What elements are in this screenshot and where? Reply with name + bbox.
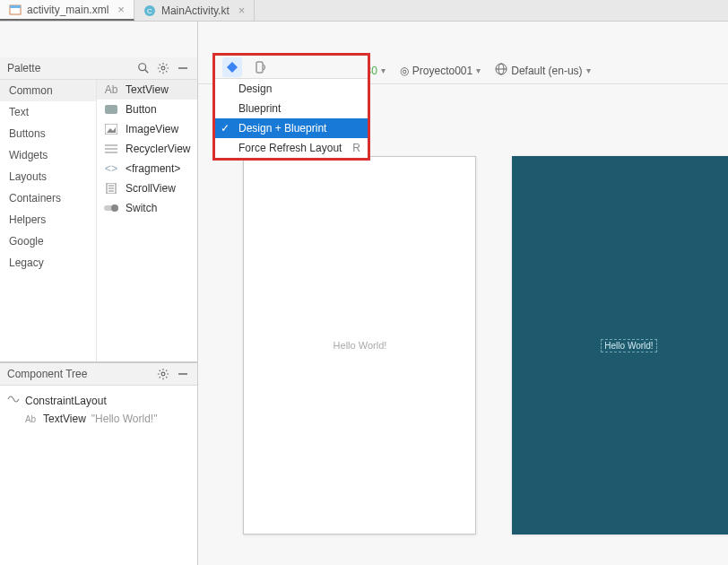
gear-icon[interactable]: [156, 367, 170, 381]
textview-icon: Ab: [23, 412, 38, 426]
blueprint-preview[interactable]: Hello World!: [512, 156, 728, 535]
palette-item-switch[interactable]: Switch: [97, 198, 197, 218]
svg-point-4: [139, 64, 146, 71]
xml-file-icon: [9, 4, 22, 16]
palette-cat-common[interactable]: Common: [0, 80, 96, 101]
gear-icon[interactable]: [156, 61, 170, 75]
svg-rect-8: [105, 105, 117, 114]
palette-item-textview[interactable]: AbTextView: [97, 80, 197, 100]
svg-marker-10: [107, 127, 116, 133]
theme-selector[interactable]: ◎Proyecto001▾: [396, 65, 484, 77]
palette-categories: Common Text Buttons Widgets Layouts Cont…: [0, 80, 97, 361]
theme-icon: ◎: [400, 65, 409, 77]
menu-item-design-blueprint[interactable]: ✓ Design + Blueprint: [215, 118, 368, 138]
palette-title: Palette: [7, 62, 131, 74]
chevron-down-icon: ▾: [476, 65, 481, 75]
menu-item-label: Design: [238, 83, 272, 95]
palette-items: AbTextView Button ImageView RecyclerView…: [97, 80, 197, 361]
svg-rect-30: [256, 62, 263, 73]
locale-selector[interactable]: Default (en-us)▾: [491, 63, 594, 78]
fragment-icon: <>: [104, 161, 118, 176]
blueprint-textview[interactable]: Hello World!: [601, 339, 656, 352]
design-mode-menu: Design Blueprint ✓ Design + Blueprint Fo…: [212, 53, 370, 161]
chevron-down-icon: ▾: [586, 65, 591, 75]
palette-item-label: TextView: [126, 83, 169, 96]
menu-toolbar-row: [215, 56, 368, 79]
menu-item-blueprint[interactable]: Blueprint: [215, 99, 368, 118]
editor-tabs: activity_main.xml × C MainActivity.kt ×: [0, 0, 728, 22]
preview-textview[interactable]: Hello World!: [334, 340, 387, 351]
palette-item-label: Switch: [126, 202, 157, 214]
palette-header: Palette: [0, 57, 197, 80]
svg-point-20: [162, 372, 166, 376]
palette-cat-widgets[interactable]: Widgets: [0, 144, 96, 166]
menu-item-label: Design + Blueprint: [238, 122, 326, 135]
palette-cat-google[interactable]: Google: [0, 230, 96, 252]
recyclerview-icon: [104, 142, 118, 156]
svg-rect-1: [10, 5, 21, 8]
globe-icon: [495, 63, 507, 78]
tab-label: MainActivity.kt: [161, 4, 230, 17]
tree-node-label: TextView: [43, 413, 86, 425]
left-panel: Palette Common Text Buttons Widgets Layo…: [0, 22, 198, 565]
tab-activity-main[interactable]: activity_main.xml ×: [0, 0, 134, 21]
minimize-icon[interactable]: [176, 61, 190, 75]
component-tree-header: Component Tree: [0, 362, 197, 386]
component-tree: ConstraintLayout Ab TextView "Hello Worl…: [0, 386, 197, 565]
close-icon[interactable]: ×: [235, 4, 246, 17]
kotlin-file-icon: C: [143, 4, 156, 17]
menu-item-label: Force Refresh Layout: [238, 142, 342, 154]
palette-item-fragment[interactable]: <><fragment>: [97, 159, 197, 178]
svg-point-6: [162, 66, 166, 70]
menu-item-design[interactable]: Design: [215, 79, 368, 99]
palette-item-label: ImageView: [126, 123, 178, 135]
tree-row-root[interactable]: ConstraintLayout: [7, 391, 190, 410]
button-icon: [104, 102, 118, 117]
minimize-icon[interactable]: [176, 367, 190, 381]
palette-cat-helpers[interactable]: Helpers: [0, 209, 96, 230]
palette-item-label: <fragment>: [126, 162, 180, 175]
menu-item-force-refresh[interactable]: Force Refresh Layout R: [215, 138, 368, 158]
switch-icon: [104, 201, 118, 215]
palette-item-button[interactable]: Button: [97, 100, 197, 119]
svg-line-5: [145, 70, 149, 74]
tab-label: activity_main.xml: [27, 4, 108, 16]
palette-cat-containers[interactable]: Containers: [0, 187, 96, 209]
scrollview-icon: [104, 181, 118, 196]
menu-item-label: Blueprint: [238, 102, 281, 115]
design-preview[interactable]: Hello World!: [243, 156, 476, 535]
palette-item-imageview[interactable]: ImageView: [97, 119, 197, 139]
check-icon: ✓: [221, 122, 230, 135]
svg-text:C: C: [147, 7, 152, 15]
palette-item-scrollview[interactable]: ScrollView: [97, 178, 197, 198]
tree-node-text: "Hello World!": [91, 413, 158, 425]
design-mode-button[interactable]: [222, 57, 242, 77]
tree-row-child[interactable]: Ab TextView "Hello World!": [23, 410, 190, 428]
svg-marker-29: [227, 62, 238, 73]
palette-body: Common Text Buttons Widgets Layouts Cont…: [0, 80, 197, 362]
palette-cat-legacy[interactable]: Legacy: [0, 252, 96, 274]
orientation-button[interactable]: [251, 57, 271, 77]
constraint-layout-icon: [7, 393, 20, 408]
palette-item-label: ScrollView: [126, 182, 176, 195]
left-spacer: [0, 22, 197, 57]
imageview-icon: [104, 122, 118, 136]
tree-node-label: ConstraintLayout: [25, 395, 107, 407]
palette-item-recyclerview[interactable]: RecyclerView: [97, 139, 197, 159]
menu-shortcut: R: [352, 142, 360, 154]
textview-icon: Ab: [104, 83, 118, 97]
theme-label: Proyecto001: [412, 65, 472, 77]
palette-item-label: RecyclerView: [126, 143, 190, 155]
right-spacer: [198, 22, 728, 57]
palette-cat-text[interactable]: Text: [0, 101, 96, 123]
palette-cat-buttons[interactable]: Buttons: [0, 123, 96, 144]
tab-main-activity[interactable]: C MainActivity.kt ×: [134, 0, 255, 21]
palette-cat-layouts[interactable]: Layouts: [0, 166, 96, 187]
svg-point-19: [111, 204, 118, 212]
close-icon[interactable]: ×: [114, 3, 125, 16]
chevron-down-icon: ▾: [381, 65, 386, 75]
search-icon[interactable]: [136, 61, 151, 75]
locale-label: Default (en-us): [511, 65, 582, 77]
component-tree-title: Component Tree: [7, 368, 151, 380]
palette-item-label: Button: [126, 103, 157, 116]
